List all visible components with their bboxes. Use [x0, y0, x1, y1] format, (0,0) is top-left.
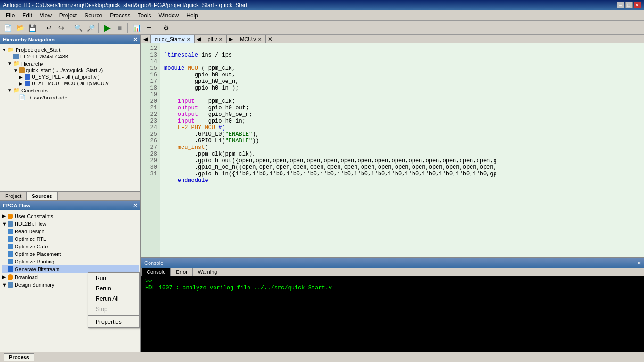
save-button[interactable]: 💾 — [26, 22, 38, 33]
editor-tab-close-quick-start[interactable]: ✕ — [187, 37, 190, 42]
label-user-constraints: User Constraints — [15, 214, 53, 219]
tree-item-adc[interactable]: 📄 ../../src/board.adc — [2, 94, 139, 101]
redo-button[interactable]: ↪ — [56, 22, 67, 33]
tree-label-ef2: EF2::EF2M45LG48B — [20, 54, 68, 59]
fpga-header: FPGA Flow ✕ — [0, 201, 140, 210]
label-optimize-routing: Optimize Routing — [15, 259, 54, 264]
editor-tabs: ◀ quick_Start.v ✕ ◀ pll.v ✕ ▶ MCU.v ✕ ✕ — [141, 35, 644, 43]
console-header: Console ✕ — [141, 258, 644, 268]
tab-nav-2[interactable]: ▶ — [227, 36, 235, 42]
fpga-close-button[interactable]: ✕ — [133, 202, 138, 209]
ctx-rerun-all[interactable]: Rerun All — [88, 294, 139, 304]
toggle-constraints: ▼ — [8, 88, 13, 93]
toggle-pll: ▶ — [19, 74, 25, 80]
icon-download — [8, 274, 13, 280]
menu-source[interactable]: Source — [81, 11, 106, 20]
editor-tab-pll[interactable]: pll.v ✕ — [204, 35, 227, 43]
search-button[interactable]: 🔍 — [73, 22, 84, 33]
fpga-item-optimize-gate[interactable]: Optimize Gate — [2, 243, 139, 250]
statusbar-tab-process[interactable]: Process — [4, 353, 34, 361]
menu-edit[interactable]: Edit — [18, 11, 36, 20]
close-all-tabs-button[interactable]: ✕ — [266, 36, 274, 42]
tab-nav-1[interactable]: ◀ — [195, 36, 203, 42]
toolbar: 📄 📂 💾 ↩ ↪ 🔍 🔎 ▶ ■ 📊 〰 ⚙ — [0, 21, 644, 35]
tree-item-constraints[interactable]: ▼ 📁 Constraints — [2, 87, 139, 94]
editor-tab-close-pll[interactable]: ✕ — [219, 37, 223, 42]
icon-project-folder: 📁 — [8, 47, 14, 53]
maximize-button[interactable]: □ — [625, 2, 633, 8]
open-button[interactable]: 📂 — [14, 22, 25, 33]
icon-optimize-placement — [8, 251, 13, 257]
menu-view[interactable]: View — [36, 11, 56, 20]
menu-project[interactable]: Project — [56, 11, 81, 20]
ctx-rerun[interactable]: Rerun — [88, 283, 139, 294]
fpga-item-user-constraints[interactable]: ▶ User Constraints — [2, 212, 139, 220]
toggle-download: ▶ — [2, 274, 8, 280]
toolbar-sep2 — [69, 23, 71, 33]
tree-label-project: Project: quick_Start — [16, 47, 60, 53]
tab-warning[interactable]: Warning — [193, 268, 223, 276]
menu-window[interactable]: Window — [155, 11, 183, 20]
context-menu: Run Rerun Rerun All Stop Properties — [88, 272, 140, 328]
statusbar: Process — [0, 352, 644, 362]
replace-button[interactable]: 🔎 — [85, 22, 96, 33]
tree-item-mcu[interactable]: ▶ U_AL_MCU - MCU ( al_ip/MCU.v — [2, 80, 139, 87]
tree-item-quickstart[interactable]: ▼ quick_start (../../src/quick_Start.v) — [2, 67, 139, 74]
tree-item-pll[interactable]: ▶ U_SYS_PLL - pll ( al_ip/pll.v ) — [2, 74, 139, 80]
undo-button[interactable]: ↩ — [43, 22, 55, 33]
ctx-run[interactable]: Run — [88, 273, 139, 283]
icon-quickstart — [19, 67, 25, 73]
icon-mcu — [25, 81, 30, 86]
tab-console[interactable]: Console — [141, 268, 171, 276]
editor-tab-mcu[interactable]: MCU.v ✕ — [236, 35, 266, 43]
icon-hierarchy-folder: 📁 — [13, 60, 20, 66]
tab-project[interactable]: Project — [0, 192, 26, 200]
hierarchy-tabs: Project Sources — [0, 191, 140, 200]
tab-scroll-left[interactable]: ◀ — [141, 36, 149, 42]
toggle-user-constraints: ▶ — [2, 213, 8, 219]
minimize-button[interactable]: ─ — [617, 2, 624, 8]
new-button[interactable]: 📄 — [2, 22, 13, 33]
tree-item-ef2[interactable]: EF2::EF2M45LG48B — [2, 53, 139, 60]
tab-error[interactable]: Error — [171, 268, 192, 276]
fpga-item-optimize-routing[interactable]: Optimize Routing — [2, 258, 139, 265]
fpga-item-generate-bitstream[interactable]: Generate Bitstream — [2, 265, 139, 273]
code-editor[interactable]: 12 13 14 15 16 17 18 19 20 21 22 23 24 2… — [141, 43, 644, 257]
icon-design-summary — [8, 282, 13, 288]
fpga-item-hdl2bit[interactable]: ▼ HDL2Bit Flow — [2, 220, 139, 228]
run-button[interactable]: ▶ — [102, 22, 113, 33]
stop-button[interactable]: ■ — [114, 22, 125, 33]
icon-optimize-routing — [8, 259, 13, 264]
icon-read-design — [8, 229, 13, 234]
icon-generate-bitstream — [8, 266, 13, 272]
tab-sources[interactable]: Sources — [26, 192, 57, 200]
tree-item-project[interactable]: ▼ 📁 Project: quick_Start — [2, 46, 139, 53]
icon-hdl2bit — [8, 221, 13, 227]
icon-optimize-rtl — [8, 236, 13, 242]
ctx-separator — [88, 315, 139, 316]
fpga-item-optimize-placement[interactable]: Optimize Placement — [2, 250, 139, 258]
label-optimize-placement: Optimize Placement — [15, 251, 61, 257]
menu-tools[interactable]: Tools — [134, 11, 155, 20]
ctx-properties[interactable]: Properties — [88, 317, 139, 327]
hierarchy-close-button[interactable]: ✕ — [133, 36, 138, 43]
menu-process[interactable]: Process — [106, 11, 134, 20]
tree-label-hierarchy: Hierarchy — [21, 61, 43, 66]
close-button[interactable]: ✕ — [634, 2, 641, 8]
code-text: `timescale 1ns / 1ps module MCU ( ppm_cl… — [160, 43, 501, 257]
titlebar-title: Anlogic TD - C:/Users/liminzeng/Desktop/… — [3, 2, 248, 8]
editor-tab-quick-start[interactable]: quick_Start.v ✕ — [150, 35, 195, 43]
fpga-item-read-design[interactable]: Read Design — [2, 228, 139, 235]
menu-help[interactable]: Help — [182, 11, 202, 20]
menu-file[interactable]: File — [2, 11, 18, 20]
settings-button[interactable]: ⚙ — [160, 22, 172, 33]
wave-button[interactable]: 〰 — [143, 22, 155, 33]
fpga-item-optimize-rtl[interactable]: Optimize RTL — [2, 235, 139, 243]
label-download: Download — [15, 274, 38, 280]
toggle-quickstart: ▼ — [13, 68, 19, 73]
console-close-button[interactable]: ✕ — [637, 260, 641, 266]
editor-tab-close-mcu[interactable]: ✕ — [258, 37, 262, 42]
chart-button[interactable]: 📊 — [131, 22, 142, 33]
tree-item-hierarchy[interactable]: ▼ 📁 Hierarchy — [2, 60, 139, 67]
editor-tab-label-pll: pll.v — [208, 36, 217, 42]
